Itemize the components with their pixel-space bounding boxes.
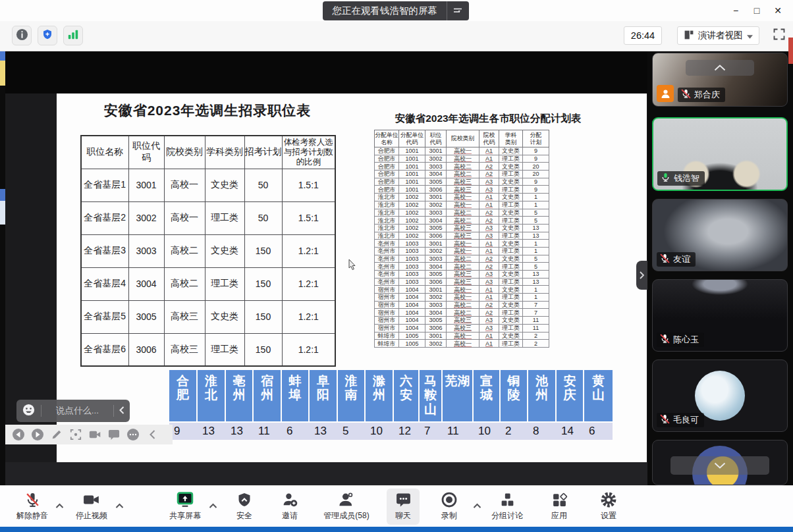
participant-tile[interactable]: 友谊: [652, 199, 788, 271]
participant-name-label: 友谊: [657, 252, 696, 267]
column-header: 学科类别: [205, 136, 244, 169]
table-cell: 1001: [399, 186, 425, 194]
camera-icon[interactable]: [88, 428, 101, 441]
toolbar-item-label: 停止视频: [76, 510, 107, 521]
table-cell: 150: [244, 234, 282, 267]
table-cell: 1: [523, 240, 549, 248]
annotate-pencil-icon[interactable]: [50, 428, 63, 441]
watching-banner-text: 您正在观看钱浩智的屏幕: [323, 5, 447, 17]
table-cell: 理工类: [499, 263, 523, 271]
table-cell: 高校二: [164, 267, 205, 300]
security-shield-button[interactable]: [38, 26, 57, 45]
prev-slide-icon[interactable]: [12, 428, 25, 441]
chat-input-placeholder[interactable]: 说点什么...: [47, 405, 108, 417]
collapse-toolbar-icon[interactable]: [146, 428, 159, 441]
toolbar-item-mic-muted[interactable]: 解除静音: [16, 491, 48, 521]
participant-name: 陈心玉: [673, 334, 699, 346]
table-cell: 3002: [425, 340, 447, 348]
table-cell: 5: [523, 255, 549, 263]
participant-name: 友谊: [673, 253, 690, 265]
network-quality-button[interactable]: [63, 26, 83, 45]
scroll-down-overlay[interactable]: [670, 456, 769, 475]
toolbar-item-breakout[interactable]: 分组讨论: [491, 491, 523, 521]
comment-icon[interactable]: [107, 428, 121, 441]
quick-chat-bar[interactable]: 说点什么...: [16, 400, 130, 422]
meeting-info-button[interactable]: [12, 26, 32, 45]
table-cell: 高校三: [447, 324, 479, 332]
table-cell: 高校二: [447, 171, 479, 178]
table-cell: 1002: [399, 232, 425, 240]
toolbar-item-screen-share[interactable]: 共享屏幕: [169, 491, 201, 521]
mic-muted-icon: [660, 253, 670, 265]
table-cell: 1002: [399, 194, 425, 201]
panel-collapse-handle[interactable]: [636, 261, 647, 290]
participant-tile[interactable]: 毛良可: [652, 359, 788, 432]
table-cell: 合肥市: [375, 163, 399, 171]
city-value-cell: 10: [474, 423, 501, 440]
edge-fragment-yellow: [0, 61, 5, 86]
city-value-cell: 12: [394, 423, 420, 440]
table-row: 全省基层53005高校三文史类1501.2:1: [81, 300, 335, 333]
table-cell: A2: [479, 217, 499, 225]
column-header: 职位代码: [128, 136, 164, 169]
participant-tile[interactable]: 陈心玉: [652, 279, 788, 352]
shared-screen[interactable]: 安徽省2023年选调生招录职位表 职位名称职位代码院校类别学科类别招考计划体检考…: [5, 51, 647, 485]
table-cell: 3006: [425, 232, 447, 240]
table-cell: 1003: [399, 278, 425, 286]
table-cell: 文史类: [205, 234, 244, 267]
table-cell: 高校一: [447, 332, 479, 340]
table-cell: 合肥市: [375, 147, 399, 155]
toolbar-item-settings[interactable]: 设置: [600, 491, 617, 521]
table-header-row: 职位名称职位代码院校类别学科类别招考计划体检考察人选 与招考计划数 的比例: [81, 136, 335, 169]
table-cell: A1: [479, 147, 499, 155]
toolbar-item-chat[interactable]: 聊天: [387, 489, 420, 525]
table-cell: 11: [523, 324, 549, 332]
scroll-up-overlay[interactable]: [686, 60, 754, 76]
toolbar-item-camera[interactable]: 停止视频: [76, 491, 107, 521]
table-cell: 1002: [399, 224, 425, 232]
participant-tile[interactable]: 郑合庆: [652, 53, 788, 107]
banner-menu-icon[interactable]: [447, 1, 469, 20]
participant-tile[interactable]: 钱浩智: [652, 117, 788, 191]
fullscreen-button[interactable]: [771, 27, 788, 44]
chevron-up-icon[interactable]: [472, 502, 482, 510]
participant-tile[interactable]: [652, 440, 788, 485]
screenshot-icon[interactable]: [69, 428, 82, 441]
table-cell: 1.2:1: [282, 333, 335, 366]
table-cell: 1003: [399, 271, 425, 279]
toolbar-item-person-add[interactable]: 邀请: [281, 491, 298, 521]
close-button[interactable]: ✕: [769, 3, 786, 18]
table-cell: 20: [523, 171, 549, 178]
edge-fragment-blue: [0, 51, 5, 61]
table-cell: 3005: [425, 271, 447, 279]
chevron-up-icon[interactable]: [114, 502, 124, 510]
more-options-icon[interactable]: [126, 428, 140, 441]
toolbar-item-members[interactable]: 管理成员(58): [323, 491, 369, 521]
minimize-button[interactable]: −: [727, 3, 744, 18]
table-cell: 3004: [425, 217, 447, 225]
table-cell: 高校三: [164, 333, 205, 366]
table-row: 全省基层33003高校二文史类1501.2:1: [81, 234, 335, 267]
chevron-up-icon[interactable]: [207, 502, 218, 510]
toolbar-item-apps[interactable]: 应用: [551, 491, 568, 521]
toolbar-item-shield[interactable]: 安全: [236, 491, 253, 521]
table-header: 分配单位 名称分配单位 代码职位 代码院校类别院校 代码学科 类别分配 计划: [375, 130, 549, 147]
emoji-icon[interactable]: [22, 403, 36, 419]
toolbar-item-record[interactable]: 录制: [441, 491, 458, 521]
city-header-cell: 蚌 埠: [282, 370, 310, 421]
stage: 安徽省2023年选调生招录职位表 职位名称职位代码院校类别学科类别招考计划体检考…: [0, 51, 793, 485]
view-selector[interactable]: 演讲者视图: [677, 26, 759, 45]
chevron-up-icon[interactable]: [54, 502, 65, 510]
city-header-cell: 马 鞍 山: [420, 370, 443, 421]
table-cell: 1004: [399, 309, 425, 317]
table-cell: 150: [244, 267, 282, 300]
table-cell: 1001: [399, 163, 425, 171]
table-cell: 1: [523, 286, 549, 294]
table-cell: 150: [244, 333, 282, 366]
table-cell: A1: [479, 332, 499, 340]
next-slide-icon[interactable]: [31, 428, 44, 441]
maximize-button[interactable]: □: [748, 3, 765, 18]
info-icon: [16, 28, 28, 43]
table-cell: 1003: [399, 263, 425, 271]
collapse-chat-icon[interactable]: [119, 406, 124, 416]
